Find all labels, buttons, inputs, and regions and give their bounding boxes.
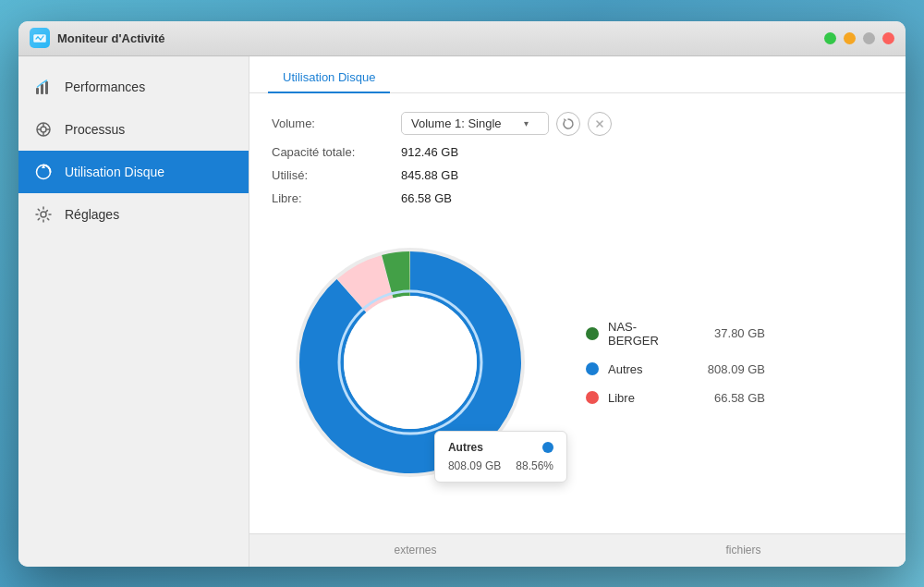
tooltip-label: Autres <box>448 441 483 454</box>
maximize-button[interactable] <box>824 32 836 44</box>
svg-rect-7 <box>45 81 48 94</box>
sidebar-item-processus[interactable]: Processus <box>18 108 249 151</box>
capacite-label: Capacité totale: <box>272 145 401 159</box>
autres-dot-icon <box>586 362 599 375</box>
window-controls <box>824 32 894 44</box>
tooltip-dot-icon <box>542 442 553 453</box>
utilise-row: Utilisé: 845.88 GB <box>272 168 883 182</box>
legend-libre-value: 66.58 GB <box>691 391 765 405</box>
svg-point-9 <box>41 127 46 132</box>
chart-section: Autres 808.09 GB 88.56% <box>272 224 883 501</box>
gear-icon <box>33 204 54 225</box>
utilise-label: Utilisé: <box>272 168 401 182</box>
sidebar-label-performances: Performances <box>65 79 145 94</box>
main-window: Moniteur d'Activité Performances <box>18 21 906 567</box>
minimize-button[interactable] <box>844 32 856 44</box>
volume-value: Volume 1: Single <box>411 116 502 130</box>
chart-icon <box>33 77 54 97</box>
process-icon <box>33 119 54 140</box>
libre-dot-icon <box>586 391 599 404</box>
svg-point-15 <box>41 212 46 217</box>
tooltip-value: 808.09 GB <box>448 459 501 472</box>
legend-item-autres: Autres 808.09 GB <box>586 362 765 376</box>
libre-label: Libre: <box>272 191 401 205</box>
tab-bar: Utilisation Disque <box>249 56 906 93</box>
svg-rect-6 <box>41 84 43 94</box>
volume-dropdown[interactable]: Volume 1: Single ▾ <box>401 112 549 135</box>
legend-autres-value: 808.09 GB <box>691 362 765 376</box>
close-button[interactable] <box>882 32 894 44</box>
libre-row: Libre: 66.58 GB <box>272 191 883 205</box>
bottom-bar: externes fichiers <box>249 533 906 567</box>
legend-item-nas: NAS-BERGER 37.80 GB <box>586 320 765 348</box>
refresh-button[interactable] <box>556 112 580 136</box>
content-area: Utilisation Disque Volume: Volume 1: Sin… <box>249 56 906 567</box>
nas-dot-icon <box>586 327 599 340</box>
sidebar: Performances Processus <box>18 56 249 567</box>
legend-nas-value: 37.80 GB <box>691 326 765 340</box>
chart-tooltip: Autres 808.09 GB 88.56% <box>434 431 567 483</box>
utilise-value: 845.88 GB <box>401 168 458 182</box>
main-layout: Performances Processus <box>18 56 906 567</box>
donut-chart: Autres 808.09 GB 88.56% <box>272 224 549 501</box>
capacite-row: Capacité totale: 912.46 GB <box>272 145 883 159</box>
sidebar-item-reglages[interactable]: Réglages <box>18 193 249 236</box>
legend-item-libre: Libre 66.58 GB <box>586 391 765 405</box>
titlebar: Moniteur d'Activité <box>18 21 906 56</box>
shade-button[interactable] <box>863 32 875 44</box>
sidebar-item-performances[interactable]: Performances <box>18 66 249 108</box>
tooltip-values: 808.09 GB 88.56% <box>448 459 553 472</box>
libre-value: 66.58 GB <box>401 191 452 205</box>
sidebar-label-utilisation-disque: Utilisation Disque <box>65 165 164 179</box>
window-title: Moniteur d'Activité <box>57 31 824 45</box>
bottom-tab-fichiers[interactable]: fichiers <box>707 544 779 556</box>
disk-icon <box>33 162 54 182</box>
sidebar-label-processus: Processus <box>65 122 125 137</box>
volume-selector: Volume 1: Single ▾ <box>401 112 612 136</box>
sidebar-label-reglages: Réglages <box>65 207 119 222</box>
svg-point-19 <box>344 296 477 429</box>
sidebar-item-utilisation-disque[interactable]: Utilisation Disque <box>18 151 249 193</box>
legend-libre-label: Libre <box>608 391 682 405</box>
capacite-value: 912.46 GB <box>401 145 458 159</box>
chevron-down-icon: ▾ <box>524 118 529 128</box>
close-volume-button[interactable] <box>588 112 612 136</box>
bottom-tab-externes[interactable]: externes <box>375 544 455 556</box>
legend-autres-label: Autres <box>608 362 682 376</box>
tooltip-percent: 88.56% <box>516 459 553 472</box>
tooltip-header: Autres <box>448 441 553 454</box>
tab-utilisation-disque[interactable]: Utilisation Disque <box>268 63 390 93</box>
legend-nas-label: NAS-BERGER <box>608 320 682 348</box>
app-icon <box>30 28 50 48</box>
svg-rect-5 <box>36 88 39 94</box>
volume-row: Volume: Volume 1: Single ▾ <box>272 112 883 136</box>
volume-label: Volume: <box>272 116 401 130</box>
content-body: Volume: Volume 1: Single ▾ <box>249 93 906 533</box>
chart-legend: NAS-BERGER 37.80 GB Autres 808.09 GB Lib… <box>586 320 765 405</box>
